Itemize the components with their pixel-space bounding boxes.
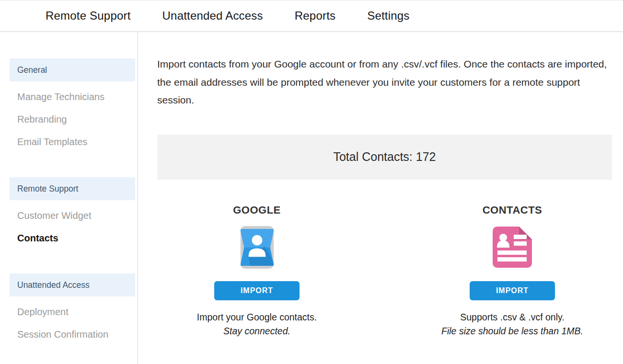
nav-reports[interactable]: Reports <box>295 9 335 23</box>
sidebar-section-unattended-access: Unattended Access Deployment Session Con… <box>0 273 138 346</box>
sidebar-section-general: General Manage Technicians Rebranding Em… <box>0 58 138 153</box>
sidebar-item-rebranding[interactable]: Rebranding <box>17 108 138 131</box>
sidebar-item-email-templates[interactable]: Email Templates <box>17 131 138 153</box>
google-card-title: GOOGLE <box>157 204 357 216</box>
google-contacts-icon <box>157 225 357 270</box>
sidebar-item-contacts[interactable]: Contacts <box>17 227 138 250</box>
file-caption-line1: Supports .csv & .vcf only. <box>460 312 564 322</box>
contacts-file-icon <box>413 225 612 270</box>
sidebar-header-general: General <box>10 58 135 81</box>
content-area: General Manage Technicians Rebranding Em… <box>0 32 623 364</box>
contacts-settings-panel: Import contacts from your Google account… <box>138 32 623 364</box>
settings-sidebar: General Manage Technicians Rebranding Em… <box>0 32 138 364</box>
sidebar-item-manage-technicians[interactable]: Manage Technicians <box>17 86 138 108</box>
google-caption-line2: Stay connected. <box>223 326 290 336</box>
nav-remote-support[interactable]: Remote Support <box>46 9 131 23</box>
sidebar-header-unattended-access: Unattended Access <box>10 273 135 296</box>
file-import-card: CONTACTS IMPORT <box>413 204 612 339</box>
total-contacts-banner: Total Contacts: 172 <box>157 135 612 180</box>
page: Remote Support Unattended Access Reports… <box>0 0 623 364</box>
nav-settings[interactable]: Settings <box>367 9 409 23</box>
google-caption-line1: Import your Google contacts. <box>197 312 317 322</box>
google-card-caption: Import your Google contacts. Stay connec… <box>157 310 357 339</box>
nav-unattended-access[interactable]: Unattended Access <box>162 9 263 23</box>
google-import-card: GOOGLE <box>157 204 357 339</box>
contacts-card-title: CONTACTS <box>413 204 612 216</box>
file-import-button[interactable]: IMPORT <box>470 281 555 300</box>
total-contacts-value: 172 <box>416 150 436 164</box>
sidebar-header-remote-support: Remote Support <box>10 177 135 200</box>
sidebar-item-session-confirmation[interactable]: Session Confirmation <box>17 323 138 346</box>
import-description: Import contacts from your Google account… <box>157 55 612 109</box>
import-options: GOOGLE <box>157 204 612 339</box>
file-caption-line2: File size should be less than 1MB. <box>441 326 583 336</box>
total-contacts-label: Total Contacts: <box>333 150 412 164</box>
top-nav: Remote Support Unattended Access Reports… <box>0 0 623 32</box>
sidebar-section-remote-support: Remote Support Customer Widget Contacts <box>0 177 138 250</box>
sidebar-item-deployment[interactable]: Deployment <box>17 301 138 323</box>
google-import-button[interactable]: IMPORT <box>214 281 300 300</box>
file-card-caption: Supports .csv & .vcf only. File size sho… <box>413 310 612 339</box>
sidebar-item-customer-widget[interactable]: Customer Widget <box>17 205 138 227</box>
